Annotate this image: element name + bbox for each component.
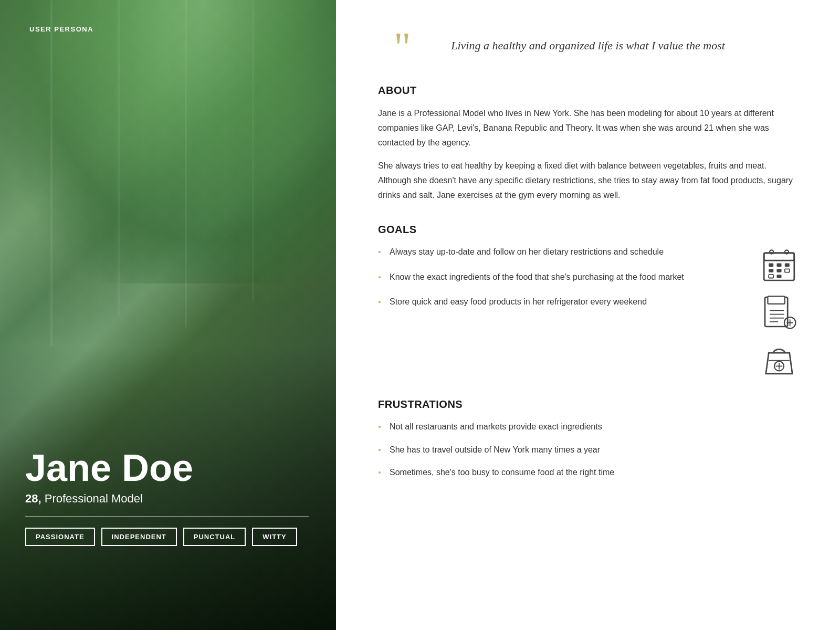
frustration-item-1: Not all restaruants and markets provide …: [378, 420, 798, 434]
svg-point-11: [770, 250, 773, 254]
goals-title: GOALS: [378, 224, 798, 236]
svg-rect-4: [777, 264, 782, 267]
svg-rect-14: [768, 296, 784, 303]
svg-rect-3: [769, 264, 773, 267]
goals-list: Always stay up-to-date and follow on her…: [378, 245, 750, 309]
frustrations-list: Not all restaruants and markets provide …: [378, 420, 798, 479]
svg-point-12: [785, 250, 789, 254]
tags-row: PASSIONATE INDEPENDENT PUNCTUAL WITTY: [25, 528, 309, 546]
person-info-area: Jane Doe 28, Professional Model PASSIONA…: [25, 449, 309, 546]
goals-layout: Always stay up-to-date and follow on her…: [378, 245, 798, 377]
divider: [25, 516, 309, 517]
tag-passionate: PASSIONATE: [25, 528, 95, 546]
tag-punctual: PUNCTUAL: [183, 528, 246, 546]
quote-mark-icon: ": [394, 37, 411, 58]
person-age: 28,: [25, 492, 41, 505]
about-paragraph-2: She always tries to eat healthy by keepi…: [378, 159, 798, 203]
quote-text: Living a healthy and organized life is w…: [399, 37, 777, 54]
goals-icons-col: [760, 245, 798, 377]
svg-rect-9: [769, 275, 773, 278]
calendar-icon: [760, 247, 798, 285]
user-persona-label: USER PERSONA: [29, 25, 93, 33]
svg-rect-10: [777, 275, 782, 278]
svg-rect-6: [769, 269, 773, 272]
tag-witty: WITTY: [252, 528, 297, 546]
frustrations-title: FRUSTRATIONS: [378, 398, 798, 411]
about-title: ABOUT: [378, 85, 798, 97]
svg-rect-8: [785, 269, 790, 272]
person-name: Jane Doe: [25, 449, 309, 487]
about-paragraph-1: Jane is a Professional Model who lives i…: [378, 106, 798, 150]
frustration-item-2: She has to travel outside of New York ma…: [378, 443, 798, 457]
frustrations-section: FRUSTRATIONS Not all restaruants and mar…: [378, 398, 798, 479]
person-age-role: 28, Professional Model: [25, 492, 309, 506]
left-panel: USER PERSONA Jane Doe 28, Professional M…: [0, 0, 336, 630]
goal-item-2: Know the exact ingredients of the food t…: [378, 270, 750, 284]
person-role: Professional Model: [45, 492, 143, 505]
svg-rect-1: [764, 253, 794, 260]
goal-item-1: Always stay up-to-date and follow on her…: [378, 245, 750, 259]
quote-block: " Living a healthy and organized life is…: [378, 32, 798, 59]
svg-rect-7: [777, 269, 782, 272]
goals-section: GOALS Always stay up-to-date and follow …: [378, 224, 798, 377]
goal-item-3: Store quick and easy food products in he…: [378, 295, 750, 309]
right-panel: " Living a healthy and organized life is…: [336, 0, 840, 630]
frustration-item-3: Sometimes, she's too busy to consume foo…: [378, 466, 798, 479]
ingredients-icon: [760, 293, 798, 331]
about-section: ABOUT Jane is a Professional Model who l…: [378, 85, 798, 203]
tag-independent: INDEPENDENT: [101, 528, 177, 546]
svg-rect-5: [785, 264, 790, 267]
shopping-bag-icon: [760, 340, 798, 377]
goals-list-col: Always stay up-to-date and follow on her…: [378, 245, 750, 320]
